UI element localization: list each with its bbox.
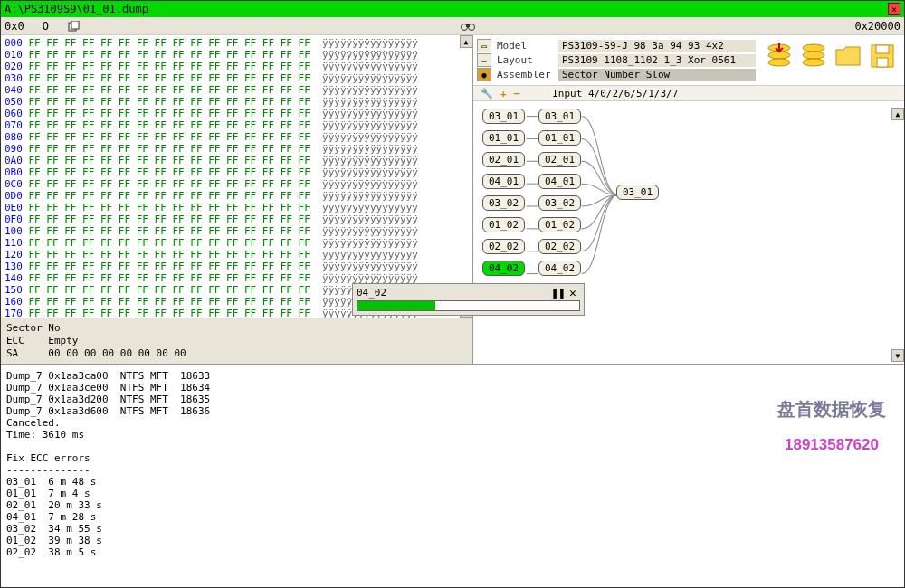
layout-label: Layout	[497, 54, 558, 66]
right-scroll-up[interactable]: ▲	[891, 108, 904, 120]
right-scroll-down[interactable]: ▼	[891, 349, 904, 362]
node-01_01-b[interactable]: 01_01	[538, 130, 581, 146]
svg-point-8	[803, 44, 824, 52]
node-04_02-b[interactable]: 04_02	[538, 261, 581, 276]
title-bar: A:\PS3109S9\01_01.dump ×	[1, 1, 904, 17]
hex-row: 130 FF FF FF FF FF FF FF FF FF FF FF FF …	[5, 261, 469, 272]
assembler-label: Assembler	[497, 69, 558, 81]
toolbar-o-label: O	[43, 20, 49, 33]
tree-expand-icon[interactable]: ▭	[477, 39, 491, 52]
disk-stack-icon-1[interactable]	[763, 41, 795, 71]
minus-icon[interactable]: –	[514, 88, 520, 100]
node-01_02-a[interactable]: 01_02	[482, 217, 525, 232]
progress-bar	[357, 300, 580, 311]
svg-rect-1	[71, 21, 79, 29]
hex-dump-view[interactable]: ▲ ▼ 000 FF FF FF FF FF FF FF FF FF FF FF…	[1, 35, 472, 318]
tree-minus-icon[interactable]: –	[477, 53, 491, 67]
hex-row: 070 FF FF FF FF FF FF FF FF FF FF FF FF …	[5, 119, 469, 131]
svg-rect-13	[877, 58, 888, 67]
hex-row: 060 FF FF FF FF FF FF FF FF FF FF FF FF …	[5, 108, 469, 119]
node-03_01-b[interactable]: 03_01	[538, 109, 581, 124]
watermark: 盘首数据恢复 18913587620	[777, 380, 886, 474]
node-03_01-a[interactable]: 03_01	[482, 109, 525, 124]
node-02_01-a[interactable]: 02_01	[482, 152, 525, 167]
tree-marker-icon[interactable]: ●	[477, 68, 491, 81]
main-toolbar: 0x0 O 0x20000	[1, 17, 904, 35]
input-strip: 🔧 + – Input 4/0/2/6/5/1/3/7	[473, 85, 904, 101]
layout-value: PS3109 1108_1102 1_3 Xor 0561	[558, 54, 756, 67]
hex-row: 010 FF FF FF FF FF FF FF FF FF FF FF FF …	[5, 49, 469, 61]
address-start: 0x0	[5, 20, 24, 33]
hex-row: 080 FF FF FF FF FF FF FF FF FF FF FF FF …	[5, 131, 469, 143]
hex-row: 0E0 FF FF FF FF FF FF FF FF FF FF FF FF …	[5, 202, 469, 213]
pause-button[interactable]: ❚❚	[551, 286, 566, 299]
hex-row: 110 FF FF FF FF FF FF FF FF FF FF FF FF …	[5, 237, 469, 249]
window-title: A:\PS3109S9\01_01.dump	[5, 3, 888, 15]
hex-row: 0F0 FF FF FF FF FF FF FF FF FF FF FF FF …	[5, 213, 469, 225]
hex-row: 120 FF FF FF FF FF FF FF FF FF FF FF FF …	[5, 249, 469, 261]
svg-rect-12	[876, 45, 889, 53]
tree-toggle-icons: ▭ – ●	[477, 39, 491, 81]
folder-icon[interactable]	[832, 41, 864, 71]
hex-row: 050 FF FF FF FF FF FF FF FF FF FF FF FF …	[5, 96, 469, 108]
hex-row: 090 FF FF FF FF FF FF FF FF FF FF FF FF …	[5, 143, 469, 155]
svg-point-7	[768, 59, 790, 66]
model-value: PS3109-S9-J 98 3a 94 93 4x2	[558, 40, 756, 52]
save-icon[interactable]	[866, 41, 899, 71]
wrench-icon[interactable]: 🔧	[481, 88, 493, 100]
hex-row: 0C0 FF FF FF FF FF FF FF FF FF FF FF FF …	[5, 178, 469, 190]
node-output[interactable]: 03_01	[616, 185, 659, 200]
close-button[interactable]: ×	[888, 3, 900, 15]
disk-stack-icon-2[interactable]	[797, 41, 830, 71]
assembler-value: Sector Number Slow	[558, 69, 756, 81]
hex-row: 0B0 FF FF FF FF FF FF FF FF FF FF FF FF …	[5, 166, 469, 178]
copy-icon[interactable]	[67, 20, 81, 33]
node-02_02-b[interactable]: 02_02	[538, 239, 581, 254]
svg-point-9	[803, 52, 824, 59]
binoculars-icon[interactable]	[461, 20, 475, 33]
hex-row: 020 FF FF FF FF FF FF FF FF FF FF FF FF …	[5, 61, 469, 72]
svg-point-10	[803, 59, 824, 66]
hex-row: 0A0 FF FF FF FF FF FF FF FF FF FF FF FF …	[5, 155, 469, 166]
node-graph[interactable]: 03_0103_0101_0101_0102_0102_0104_0104_01…	[473, 101, 904, 364]
progress-dialog: 04_02 ❚❚ ✕	[352, 283, 585, 316]
hex-row: 0D0 FF FF FF FF FF FF FF FF FF FF FF FF …	[5, 190, 469, 202]
progress-close-button[interactable]: ✕	[566, 286, 580, 299]
hex-row: 100 FF FF FF FF FF FF FF FF FF FF FF FF …	[5, 225, 469, 237]
svg-rect-4	[466, 24, 470, 27]
hex-row: 040 FF FF FF FF FF FF FF FF FF FF FF FF …	[5, 84, 469, 96]
node-03_02-b[interactable]: 03_02	[538, 195, 581, 211]
plus-icon[interactable]: +	[500, 88, 507, 100]
node-04_01-a[interactable]: 04_01	[482, 174, 525, 189]
log-output: Dump_7 0x1aa3ca00 NTFS MFT 18633 Dump_7 …	[1, 364, 904, 587]
sector-info: Sector No ECC Empty SA 00 00 00 00 00 00…	[1, 318, 472, 364]
address-end: 0x20000	[854, 20, 900, 33]
node-02_02-a[interactable]: 02_02	[482, 239, 525, 254]
node-04_01-b[interactable]: 04_01	[538, 174, 581, 189]
scroll-up-button[interactable]: ▲	[460, 35, 472, 48]
progress-label: 04_02	[357, 287, 551, 299]
node-04_02-a[interactable]: 04_02	[482, 261, 525, 276]
hex-row: 000 FF FF FF FF FF FF FF FF FF FF FF FF …	[5, 37, 469, 49]
node-01_02-b[interactable]: 01_02	[538, 217, 581, 232]
node-01_01-a[interactable]: 01_01	[482, 130, 525, 146]
model-label: Model	[497, 40, 558, 52]
hex-row: 030 FF FF FF FF FF FF FF FF FF FF FF FF …	[5, 72, 469, 84]
node-02_01-b[interactable]: 02_01	[538, 152, 581, 167]
node-03_02-a[interactable]: 03_02	[482, 195, 525, 211]
input-label: Input 4/0/2/6/5/1/3/7	[552, 88, 678, 100]
